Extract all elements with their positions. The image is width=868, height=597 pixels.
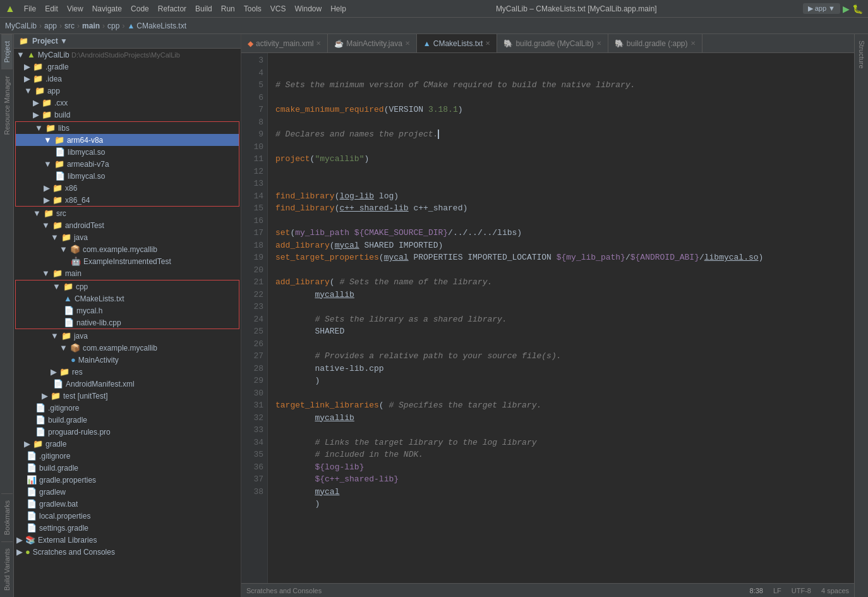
tree-example-test[interactable]: 🤖 ExampleInstrumentedTest bbox=[14, 255, 241, 267]
tree-local-properties[interactable]: 📄 local.properties bbox=[14, 510, 241, 522]
tree-main[interactable]: ▼ 📁 main bbox=[14, 267, 241, 279]
tree-java-main[interactable]: ▼ 📁 java bbox=[14, 330, 241, 342]
tab-bar: ◆ activity_main.xml ✕ ☕ MainActivity.jav… bbox=[241, 34, 854, 53]
tree-cxx[interactable]: ▶ 📁 .cxx bbox=[14, 97, 241, 109]
tab-mainactivity-java[interactable]: ☕ MainActivity.java ✕ bbox=[328, 34, 416, 52]
bookmarks-tab[interactable]: Bookmarks bbox=[1, 493, 13, 541]
gradle-icon: 📄 bbox=[35, 415, 45, 425]
code-content[interactable]: # Sets the minimum version of CMake requ… bbox=[268, 53, 854, 583]
menu-bar[interactable]: File Edit View Navigate Code Refactor Bu… bbox=[20, 3, 350, 15]
tree-res[interactable]: ▶ 📁 res bbox=[14, 366, 241, 378]
breadcrumb-item[interactable]: app bbox=[44, 21, 57, 30]
tab-close[interactable]: ✕ bbox=[405, 40, 410, 47]
run-config[interactable]: ▶ app ▼ bbox=[803, 3, 840, 14]
tab-close[interactable]: ✕ bbox=[596, 40, 601, 47]
tree-armeabi[interactable]: ▼ 📁 armeabi-v7a bbox=[16, 158, 239, 170]
tree-mycal-h[interactable]: 📄 mycal.h bbox=[16, 305, 239, 317]
folder-icon: 📁 bbox=[42, 98, 52, 107]
tree-test[interactable]: ▶ 📁 test [unitTest] bbox=[14, 390, 241, 402]
tree-external-libs[interactable]: ▶ 📚 External Libraries bbox=[14, 534, 241, 546]
tree-x86-64[interactable]: ▶ 📁 x86_64 bbox=[16, 194, 239, 206]
menu-vcs[interactable]: VCS bbox=[267, 3, 290, 15]
tree-gitignore-app[interactable]: 📄 .gitignore bbox=[14, 402, 241, 414]
line-numbers: 3 4 5 6 7 8 9 10 11 12 13 14 15 16 17 18… bbox=[241, 53, 268, 583]
tab-close[interactable]: ✕ bbox=[690, 40, 696, 47]
folder-icon: 📁 bbox=[33, 439, 43, 449]
tree-gradle-properties[interactable]: 📊 gradle.properties bbox=[14, 474, 241, 486]
project-tab[interactable]: Project bbox=[1, 34, 13, 69]
tree-scratches[interactable]: ▶ ● Scratches and Consoles bbox=[14, 546, 241, 558]
menu-window[interactable]: Window bbox=[291, 3, 326, 15]
build-variants-tab[interactable]: Build Variants bbox=[1, 541, 13, 597]
tree-gradle-root[interactable]: ▶ 📁 .gradle bbox=[14, 61, 241, 73]
tree-build-gradle-root[interactable]: 📄 build.gradle bbox=[14, 462, 241, 474]
tab-close[interactable]: ✕ bbox=[485, 40, 490, 47]
tree-native-lib[interactable]: 📄 native-lib.cpp bbox=[16, 317, 239, 329]
so-icon: 📄 bbox=[55, 147, 65, 157]
breadcrumb-item[interactable]: main bbox=[82, 21, 100, 30]
menu-refactor[interactable]: Refactor bbox=[154, 3, 190, 15]
tree-androidtest[interactable]: ▼ 📁 androidTest bbox=[14, 219, 241, 231]
tree-src[interactable]: ▼ 📁 src bbox=[14, 207, 241, 219]
tree-idea[interactable]: ▶ 📁 .idea bbox=[14, 73, 241, 85]
breadcrumb-item[interactable]: cpp bbox=[107, 21, 119, 30]
tree-androidmanifest[interactable]: 📄 AndroidManifest.xml bbox=[14, 378, 241, 390]
tree-gradlew[interactable]: 📄 gradlew bbox=[14, 486, 241, 498]
tree-cpp[interactable]: ▼ 📁 cpp bbox=[16, 280, 239, 292]
menu-edit[interactable]: Edit bbox=[41, 3, 62, 15]
tree-java-androidtest[interactable]: ▼ 📁 java bbox=[14, 231, 241, 243]
menu-tools[interactable]: Tools bbox=[240, 3, 265, 15]
code-editor[interactable]: 3 4 5 6 7 8 9 10 11 12 13 14 15 16 17 18… bbox=[241, 53, 854, 583]
tree-cmakelists[interactable]: ▲ CMakeLists.txt bbox=[16, 292, 239, 305]
tree-libmycal-armeabi[interactable]: 📄 libmycal.so bbox=[16, 170, 239, 182]
tree-gradle[interactable]: ▶ 📁 gradle bbox=[14, 438, 241, 450]
menu-run[interactable]: Run bbox=[217, 3, 239, 15]
window-title: MyCalLib – CMakeLists.txt [MyCalLib.app.… bbox=[350, 4, 803, 13]
tree-x86[interactable]: ▶ 📁 x86 bbox=[16, 182, 239, 194]
scratches-console-label[interactable]: Scratches and Consoles bbox=[246, 587, 322, 594]
tree-libs[interactable]: ▼ 📁 libs bbox=[16, 122, 239, 134]
tree-gradlew-bat[interactable]: 📄 gradlew.bat bbox=[14, 498, 241, 510]
resource-manager-tab[interactable]: Resource Manager bbox=[1, 69, 13, 142]
project-title[interactable]: Project ▼ bbox=[32, 37, 68, 45]
cmake-icon: ▲ bbox=[64, 294, 72, 303]
tree-mycallib-root[interactable]: ▼ ▲ MyCalLib D:\AndroidStudioProjects\My… bbox=[14, 49, 241, 61]
menu-navigate[interactable]: Navigate bbox=[88, 3, 126, 15]
tree-arm64[interactable]: ▼ 📁 arm64-v8a bbox=[16, 134, 239, 146]
tree-build-gradle-app[interactable]: 📄 build.gradle bbox=[14, 414, 241, 426]
tab-cmakelists[interactable]: ▲ CMakeLists.txt ✕ bbox=[417, 34, 498, 52]
tab-build-gradle-mycallib[interactable]: 🐘 build.gradle (MyCalLib) ✕ bbox=[497, 34, 608, 52]
breadcrumb: MyCalLib › app › src › main › cpp › ▲ CM… bbox=[0, 18, 868, 34]
tab-close[interactable]: ✕ bbox=[316, 40, 321, 47]
tree-gitignore-root[interactable]: 📄 .gitignore bbox=[14, 450, 241, 462]
tab-build-gradle-app[interactable]: 🐘 build.gradle (:app) ✕ bbox=[608, 34, 702, 52]
encoding[interactable]: UTF-8 bbox=[792, 587, 811, 594]
project-folder-icon: 📁 bbox=[19, 37, 28, 45]
indent[interactable]: 4 spaces bbox=[821, 587, 849, 594]
run-button[interactable]: ▶ bbox=[843, 4, 850, 14]
debug-button[interactable]: 🐛 bbox=[852, 4, 863, 14]
tab-activity-main-xml[interactable]: ◆ activity_main.xml ✕ bbox=[241, 34, 328, 52]
menu-file[interactable]: File bbox=[20, 3, 40, 15]
breadcrumb-item[interactable]: src bbox=[64, 21, 75, 30]
breadcrumb-item[interactable]: MyCalLib bbox=[5, 21, 37, 30]
tree-settings-gradle[interactable]: 📄 settings.gradle bbox=[14, 522, 241, 534]
tree-com-main[interactable]: ▼ 📦 com.example.mycallib bbox=[14, 342, 241, 354]
tree-app[interactable]: ▼ 📁 app bbox=[14, 85, 241, 97]
tree-proguard[interactable]: 📄 proguard-rules.pro bbox=[14, 426, 241, 438]
menu-view[interactable]: View bbox=[63, 3, 87, 15]
tree-root-label: MyCalLib D:\AndroidStudioProjects\MyCalL… bbox=[38, 51, 180, 59]
menu-code[interactable]: Code bbox=[127, 3, 153, 15]
tree-mainactivity[interactable]: ● MainActivity bbox=[14, 354, 241, 366]
gradle-tab-icon: 🐘 bbox=[503, 39, 513, 48]
tree-build[interactable]: ▶ 📁 build bbox=[14, 109, 241, 121]
structure-tab[interactable]: Structure bbox=[856, 34, 867, 75]
tree-com-androidtest[interactable]: ▼ 📦 com.example.mycallib bbox=[14, 243, 241, 255]
menu-help[interactable]: Help bbox=[327, 3, 350, 15]
line-ending[interactable]: LF bbox=[773, 587, 781, 594]
title-bar: ▲ File Edit View Navigate Code Refactor … bbox=[0, 0, 868, 18]
menu-build[interactable]: Build bbox=[191, 3, 216, 15]
breadcrumb-item[interactable]: ▲ CMakeLists.txt bbox=[127, 21, 186, 30]
tree-libmycal-arm64[interactable]: 📄 libmycal.so bbox=[16, 146, 239, 158]
extlibs-icon: 📚 bbox=[25, 535, 35, 545]
